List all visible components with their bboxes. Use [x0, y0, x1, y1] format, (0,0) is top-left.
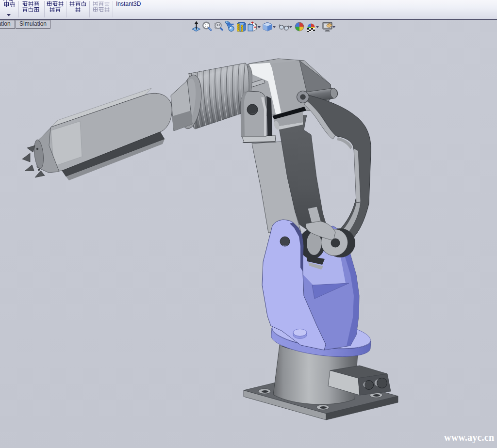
svg-text:www.ayc.cn: www.ayc.cn [444, 432, 494, 443]
